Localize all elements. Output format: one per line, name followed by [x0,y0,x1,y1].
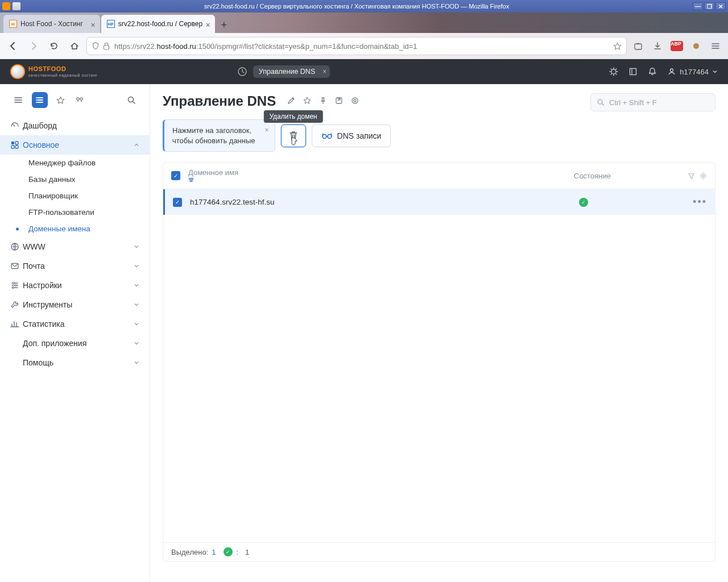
svg-point-24 [352,98,358,103]
win-close-button[interactable]: ✕ [715,2,726,10]
browser-tab[interactable]: H Host Food - Хостинг × [3,15,100,33]
chevron-down-icon [134,263,139,269]
svg-point-5 [611,69,616,74]
chevron-down-icon [134,282,139,288]
sidebar-item-label: Инструменты [23,300,72,309]
user-menu[interactable]: h177464 [667,67,718,76]
sidebar-item-scheduler[interactable]: Планировщик [0,188,150,204]
sidebar-item-files[interactable]: Менеджер файлов [0,155,150,171]
dns-records-button[interactable]: DNS записи [312,124,391,147]
adblock-icon[interactable]: ABP [669,38,685,54]
downloads-puzzle-icon[interactable] [630,38,646,54]
nav-reload-button[interactable] [46,38,63,55]
external-icon[interactable] [335,97,343,105]
sidebar-toggle-icon[interactable] [10,92,26,108]
search-input[interactable]: Ctrl + Shift + F [590,93,715,111]
downloads-icon[interactable] [650,38,665,54]
pin-icon[interactable] [319,97,327,105]
sidebar-item-mail[interactable]: Почта [0,256,150,276]
svg-point-29 [702,174,705,177]
dashboard-icon [10,121,23,130]
theme-icon[interactable] [609,67,618,76]
tab-close-icon[interactable]: × [206,20,210,30]
sidebar-item-settings[interactable]: Настройки [0,276,150,295]
svg-rect-15 [15,142,18,144]
new-tab-button[interactable]: + [216,17,232,33]
sidebar-item-basic[interactable]: Основное [0,135,150,155]
sidebar-search-icon[interactable] [123,92,139,108]
app-tab-label: Управление DNS [259,68,315,76]
refresh-hint: Нажмите на заголовок, чтобы обновить дан… [163,119,275,152]
svg-point-26 [598,99,602,104]
sidebar-item-ftp[interactable]: FTP-пользователи [0,204,150,221]
select-all-checkbox[interactable]: ✓ [171,171,180,180]
delete-domain-button[interactable]: Удалить домен [281,124,306,147]
app-menu-button[interactable] [708,38,723,54]
star-icon[interactable] [303,97,311,105]
sidebar-item-domains[interactable]: Доменные имена [0,221,150,237]
resize-icon[interactable] [628,67,638,76]
sidebar-item-stats[interactable]: Статистика [0,314,150,334]
firefox-icon [2,2,10,10]
sidebar-item-dashboard[interactable]: Дашборд [0,116,150,135]
win-maximize-button[interactable]: ❐ [704,2,714,10]
star-outline-icon[interactable] [53,92,67,108]
url-text: https://srv22.host-food.ru:1500/ispmgr#/… [114,42,417,51]
table-footer: Выделено: 1 ✓ : 1 [163,542,715,561]
history-icon[interactable] [237,66,247,77]
page-title: Управление DNS [163,93,276,109]
table-row[interactable]: ✓ h177464.srv22.test-hf.su ✓ ••• [163,189,715,215]
nav-back-button[interactable] [5,38,22,55]
svg-point-12 [80,98,82,100]
cell-domain: h177464.srv22.test-hf.su [190,198,579,206]
favicon-icon: HF [107,20,115,28]
edit-icon[interactable] [287,97,295,105]
sidebar-item-label: Почта [23,261,45,271]
chevron-down-icon [712,69,718,74]
browser-tab[interactable]: HF srv22.host-food.ru / Сервер × [101,15,215,33]
filter-icon[interactable] [688,172,695,180]
sidebar-item-label: Настройки [23,281,62,290]
nav-forward-button[interactable] [25,38,42,55]
svg-point-27 [322,134,326,138]
bookmark-star-icon[interactable] [613,42,622,51]
hint-close-icon[interactable]: × [265,126,269,135]
sidebar-item-db[interactable]: Базы данных [0,171,150,188]
win-minimize-button[interactable]: — [693,2,703,10]
tab-close-icon[interactable]: × [91,20,96,30]
sidebar-item-label: Основное [23,140,59,149]
help-icon[interactable] [351,97,359,105]
row-menu-icon[interactable]: ••• [693,196,707,208]
url-input[interactable]: https://srv22.host-food.ru:1500/ispmgr#/… [86,37,627,55]
gear-icon[interactable] [700,172,707,180]
column-state[interactable]: Состояние [574,172,688,180]
os-window-title: srv22.host-food.ru / Сервер виртуального… [20,3,693,10]
sidebar-item-label: WWW [23,242,46,251]
app-tab-close-icon[interactable]: × [322,68,326,76]
row-checkbox[interactable]: ✓ [173,198,182,207]
list-view-icon[interactable] [32,92,48,108]
basic-icon [10,140,23,149]
sidebar-item-tools[interactable]: Инструменты [0,295,150,314]
tooltip: Удалить домен [263,110,322,123]
bell-icon[interactable] [648,67,657,76]
user-icon [667,67,676,76]
svg-rect-6 [630,69,636,75]
favicon-icon: H [9,20,17,28]
svg-point-13 [129,97,134,102]
svg-rect-17 [15,146,18,148]
nav-home-button[interactable] [66,38,83,55]
sidebar-item-label: Доп. приложения [23,339,86,348]
app-tab[interactable]: Управление DNS × [253,65,330,78]
hint-line: чтобы обновить данные [172,136,255,145]
cursor-icon [288,136,299,148]
status-ok-icon: ✓ [579,198,588,207]
plugin-icon[interactable] [73,92,86,108]
column-domain[interactable]: Доменное имя [188,168,574,183]
extension-icon[interactable] [688,38,704,54]
app-logo[interactable]: HOSTFOOD качественный надежный хостинг [10,64,97,79]
cell-state: ✓ [579,198,693,207]
sidebar-item-help[interactable]: Помощь [0,353,150,372]
sidebar-item-addons[interactable]: Доп. приложения [0,334,150,353]
sidebar-item-www[interactable]: WWW [0,237,150,256]
